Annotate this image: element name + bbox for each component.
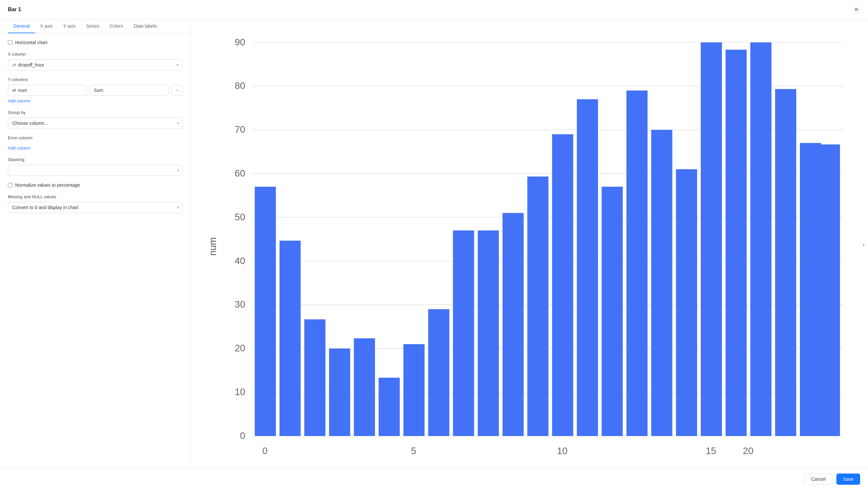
tab-xaxis[interactable]: X axis xyxy=(35,20,58,33)
svg-rect-43 xyxy=(800,143,821,436)
column-icon: ⇄ xyxy=(12,62,16,67)
y-column-select-wrapper[interactable]: ⇄ num ▾ xyxy=(8,85,87,96)
stacking-select-wrapper[interactable]: ▾ xyxy=(8,165,183,176)
horizontal-chart-row: Horizontal chart xyxy=(8,40,183,45)
svg-rect-32 xyxy=(527,177,548,436)
svg-rect-27 xyxy=(403,344,425,436)
svg-rect-36 xyxy=(626,91,647,436)
svg-text:40: 40 xyxy=(235,255,245,266)
tabs-bar: General X axis Y axis Series Colors Data… xyxy=(0,20,191,33)
svg-rect-24 xyxy=(329,348,350,436)
missing-null-group: Missing and NULL values Convert to 0 and… xyxy=(8,194,183,213)
svg-rect-22 xyxy=(280,241,301,436)
error-column-label: Error column xyxy=(8,135,183,140)
svg-rect-35 xyxy=(601,187,623,436)
x-column-label: X column xyxy=(8,52,183,57)
modal-title: Bar 1 xyxy=(8,7,21,12)
y-columns-label: Y columns xyxy=(8,77,183,82)
svg-text:70: 70 xyxy=(235,124,245,135)
svg-text:10: 10 xyxy=(557,446,568,456)
svg-text:20: 20 xyxy=(743,446,753,456)
missing-null-select[interactable]: Convert to 0 and display in chart Ignore xyxy=(8,202,182,213)
chart-area: .axis-label { font-size: 13px; fill: #66… xyxy=(202,27,858,468)
y-agg-select[interactable]: Sum Count Avg xyxy=(94,88,164,93)
svg-rect-40 xyxy=(725,50,746,436)
svg-rect-44 xyxy=(819,145,840,436)
svg-rect-38 xyxy=(676,169,697,436)
cancel-button[interactable]: Cancel xyxy=(804,473,832,485)
remove-y-column-button[interactable]: − xyxy=(171,85,183,96)
svg-rect-21 xyxy=(255,187,276,436)
add-y-column-link[interactable]: Add column xyxy=(8,98,31,103)
svg-rect-39 xyxy=(701,42,722,436)
svg-text:15: 15 xyxy=(706,446,716,456)
modal-body: General X axis Y axis Series Colors Data… xyxy=(0,20,868,468)
tab-data-labels[interactable]: Data labels xyxy=(128,20,162,33)
missing-null-label: Missing and NULL values xyxy=(8,194,183,199)
normalize-checkbox[interactable] xyxy=(8,183,12,187)
svg-rect-28 xyxy=(428,309,449,436)
group-by-group: Group by Choose column... ▾ xyxy=(8,110,183,129)
svg-rect-26 xyxy=(379,378,400,436)
form-content: Horizontal chart X column ⇄ dropoff_hour… xyxy=(0,33,191,226)
svg-text:60: 60 xyxy=(235,168,245,179)
svg-rect-31 xyxy=(502,213,524,436)
y-columns-row: ⇄ num ▾ Sum Count Avg xyxy=(8,85,183,96)
svg-rect-25 xyxy=(354,338,375,436)
group-by-select[interactable]: Choose column... xyxy=(8,118,182,128)
tab-general[interactable]: General xyxy=(8,20,35,33)
svg-rect-33 xyxy=(552,134,573,436)
missing-null-select-wrapper[interactable]: Convert to 0 and display in chart Ignore… xyxy=(8,202,183,213)
bar-chart: .axis-label { font-size: 13px; fill: #66… xyxy=(202,27,858,468)
save-button[interactable]: Save xyxy=(836,473,860,485)
svg-text:10: 10 xyxy=(235,387,245,397)
tab-series[interactable]: Series xyxy=(81,20,105,33)
svg-rect-37 xyxy=(651,130,673,436)
close-button[interactable]: ✕ xyxy=(852,5,860,14)
group-by-select-wrapper[interactable]: Choose column... ▾ xyxy=(8,118,183,129)
x-column-group: X column ⇄ dropoff_hour ▾ xyxy=(8,52,183,70)
svg-text:dropoff_hour: dropoff_hour xyxy=(521,468,575,468)
svg-rect-42 xyxy=(775,89,796,436)
error-column-group: Error column Add column xyxy=(8,135,183,151)
svg-rect-23 xyxy=(304,319,326,436)
y-column-select[interactable]: num xyxy=(18,88,83,93)
modal-footer: Cancel Save xyxy=(0,468,868,490)
svg-rect-29 xyxy=(453,231,474,436)
svg-text:0: 0 xyxy=(240,430,245,441)
svg-text:20: 20 xyxy=(235,343,245,353)
chevron-down-icon: ▾ xyxy=(177,63,179,67)
column-icon-2: ⇄ xyxy=(12,88,16,93)
svg-rect-41 xyxy=(750,42,772,436)
group-by-label: Group by xyxy=(8,110,183,115)
svg-text:30: 30 xyxy=(235,299,245,310)
svg-text:80: 80 xyxy=(235,80,245,91)
normalize-row: Normalize values to percentage xyxy=(8,182,183,188)
svg-text:90: 90 xyxy=(235,37,245,48)
y-columns-group: Y columns ⇄ num ▾ Sum Count xyxy=(8,77,183,103)
stacking-group: Stacking ▾ xyxy=(8,157,183,176)
modal-header: Bar 1 ✕ xyxy=(0,0,868,20)
stacking-label: Stacking xyxy=(8,157,183,162)
svg-text:5: 5 xyxy=(411,446,416,456)
tab-colors[interactable]: Colors xyxy=(105,20,128,33)
x-column-select[interactable]: dropoff_hour xyxy=(18,62,177,67)
svg-rect-34 xyxy=(577,99,598,436)
svg-text:50: 50 xyxy=(235,212,245,222)
stacking-select[interactable] xyxy=(8,165,182,176)
normalize-label[interactable]: Normalize values to percentage xyxy=(15,182,80,188)
horizontal-chart-checkbox[interactable] xyxy=(8,40,12,45)
add-error-column-link[interactable]: Add column xyxy=(8,146,31,151)
svg-text:0: 0 xyxy=(262,446,268,456)
y-agg-select-wrapper[interactable]: Sum Count Avg ▾ xyxy=(90,85,168,96)
left-panel: General X axis Y axis Series Colors Data… xyxy=(0,20,191,468)
right-panel: .axis-label { font-size: 13px; fill: #66… xyxy=(191,20,868,468)
svg-rect-30 xyxy=(478,231,499,436)
tab-yaxis[interactable]: Y axis xyxy=(58,20,81,33)
horizontal-chart-label[interactable]: Horizontal chart xyxy=(15,40,48,45)
x-column-select-wrapper[interactable]: ⇄ dropoff_hour ▾ xyxy=(8,59,183,70)
svg-text:num: num xyxy=(208,238,218,256)
modal-container: Bar 1 ✕ General X axis Y axis Series Col… xyxy=(0,0,868,490)
